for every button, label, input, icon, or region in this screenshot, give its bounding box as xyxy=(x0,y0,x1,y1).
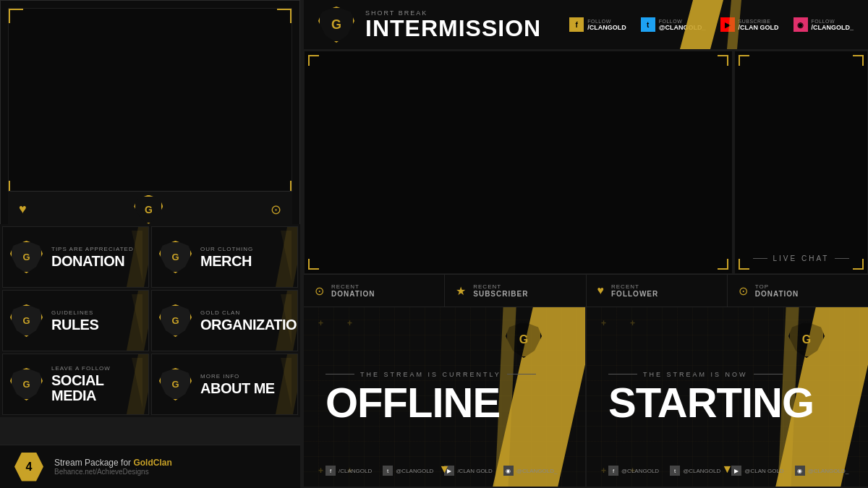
merch-subtitle: OUR CLOTHING xyxy=(200,246,253,252)
credit-url: Behance.net/AchieveDesigns xyxy=(54,468,172,476)
donation-icon: ♥ xyxy=(19,202,27,217)
social-title: SOCIAL MEDIA xyxy=(51,372,103,403)
offline-social-yt: ▶ /CLAN GOLD xyxy=(444,466,492,476)
top-donation-icon: ⊙ xyxy=(739,284,748,298)
merch-button[interactable]: G OUR CLOTHING MERCH xyxy=(151,226,298,288)
offline-subtitle: THE STREAM IS CURRENTLY xyxy=(326,371,536,378)
offline-ig-icon: ◉ xyxy=(503,466,514,476)
social-facebook: f FOLLOW /CLANGOLD xyxy=(569,17,626,32)
vcorner-br xyxy=(718,259,728,270)
about-subtitle: MORE INFO xyxy=(200,373,275,380)
video-panels: LIVE CHAT xyxy=(304,51,868,275)
starting-social-tw: t @CLANGOLD xyxy=(670,466,720,476)
top-donation-label: DONATION xyxy=(755,290,799,298)
starting-social-fb: f @CLANGOLD xyxy=(608,466,659,476)
organization-button[interactable]: G GOLD CLAN ORGANIZATION xyxy=(151,290,298,351)
org-subtitle: GOLD CLAN xyxy=(200,309,298,316)
currency-icon: ⊙ xyxy=(271,202,281,218)
offline-main-text: OFFLINE xyxy=(326,382,500,424)
follower-stat-prefix: RECENT xyxy=(611,283,658,290)
webcam-frame xyxy=(8,8,292,196)
vcorner-bl xyxy=(308,259,319,270)
offline-panel: + + + + G THE STREAM IS CURRENTLY OFFLIN… xyxy=(304,307,585,487)
donation-stat-prefix: RECENT xyxy=(331,283,375,290)
ccorner-tr xyxy=(853,55,864,66)
starting-social-ig: ◉ @CLANGOLD_ xyxy=(795,466,849,476)
offline-social-tw: t @CLANGOLD xyxy=(383,466,433,476)
main-area: G Short Break INTERMISSION f FOLLOW /CLA… xyxy=(304,0,868,488)
offline-tw-icon: t xyxy=(383,466,393,476)
panel-buttons-grid: G TIPS ARE APPRECIATED DONATION G OUR CL… xyxy=(0,224,300,417)
header-logo: G xyxy=(318,7,354,43)
stat-subscriber: ★ RECENT SUBSCRIBER xyxy=(445,275,586,307)
social-instagram: ◉ FOLLOW /CLANGOLD_ xyxy=(793,17,854,32)
main-video-panel xyxy=(304,51,733,274)
subscriber-stat-icon: ★ xyxy=(456,284,466,298)
starting-subtitle: THE STREAM IS NOW xyxy=(608,371,783,378)
donation-subtitle: TIPS ARE APPRECIATED xyxy=(51,246,134,252)
offline-fb-icon: f xyxy=(326,466,336,476)
social-media-button[interactable]: G LEAVE A FOLLOW SOCIAL MEDIA xyxy=(2,354,149,415)
credit-bar: 4 Stream Package for GoldClan Behance.ne… xyxy=(0,445,300,488)
subscriber-stat-label: SUBSCRIBER xyxy=(473,290,528,298)
rules-logo: G xyxy=(10,304,43,337)
starting-social-yt: ▶ @CLAN GOLD xyxy=(731,466,783,476)
merch-title: MERCH xyxy=(200,253,252,269)
ccorner-bl xyxy=(739,259,749,270)
center-logo: G xyxy=(134,195,163,224)
starting-arrow: ▼ xyxy=(722,463,733,476)
facebook-icon: f xyxy=(569,17,584,32)
merch-logo: G xyxy=(159,241,192,273)
achieve-logo: 4 xyxy=(14,453,43,481)
about-title: ABOUT ME xyxy=(200,380,275,396)
chat-panel: LIVE CHAT xyxy=(734,51,868,274)
header-main-title: INTERMISSION xyxy=(365,17,569,40)
instagram-icon: ◉ xyxy=(793,17,808,32)
ccorner-tl xyxy=(739,55,749,66)
offline-social-fb: f /CLANGOLD xyxy=(326,466,372,476)
stat-top-donation: ⊙ TOP DONATION xyxy=(728,275,868,307)
vcorner-tr xyxy=(718,55,728,66)
donation-stat-label: DONATION xyxy=(331,290,375,298)
top-donation-prefix: TOP xyxy=(755,283,799,290)
webcam-bottom-bar: ♥ G ⊙ xyxy=(8,191,292,227)
about-logo: G xyxy=(159,368,192,401)
stat-donation: ⊙ RECENT DONATION xyxy=(304,275,445,307)
offline-arrow: ▼ xyxy=(439,463,451,476)
donation-title: DONATION xyxy=(51,253,124,269)
org-logo: G xyxy=(159,304,192,337)
bottom-panels: + + + + G THE STREAM IS CURRENTLY OFFLIN… xyxy=(304,307,868,487)
live-chat-label: LIVE CHAT xyxy=(753,254,850,262)
stats-bar: ⊙ RECENT DONATION ★ RECENT SUBSCRIBER ♥ … xyxy=(304,275,868,307)
starting-main-text: STARTING xyxy=(608,382,814,424)
corner-tl xyxy=(9,9,23,23)
subscriber-stat-prefix: RECENT xyxy=(473,283,528,290)
stat-follower: ♥ RECENT FOLLOWER xyxy=(587,275,728,307)
donation-button[interactable]: G TIPS ARE APPRECIATED DONATION xyxy=(2,226,149,288)
donation-stat-icon: ⊙ xyxy=(315,284,324,298)
corner-tr xyxy=(277,9,292,23)
donation-logo: G xyxy=(10,241,43,273)
gold-slash-2 xyxy=(727,0,741,49)
rules-button[interactable]: G GUIDELINES RULES xyxy=(2,290,149,351)
intermission-header: G Short Break INTERMISSION f FOLLOW /CLA… xyxy=(304,0,868,51)
ccorner-br xyxy=(853,259,864,270)
starting-tw-icon: t xyxy=(670,466,680,476)
vcorner-tl xyxy=(308,55,319,66)
starting-panel: + + + + G THE STREAM IS NOW STARTING f @… xyxy=(587,307,868,487)
social-subtitle: LEAVE A FOLLOW xyxy=(51,365,141,372)
follower-stat-icon: ♥ xyxy=(597,284,605,297)
rules-title: RULES xyxy=(51,317,98,333)
social-logo: G xyxy=(10,368,43,401)
org-title: ORGANIZATION xyxy=(200,317,298,333)
rules-subtitle: GUIDELINES xyxy=(51,309,98,316)
gold-slash-1 xyxy=(680,0,723,49)
follower-stat-label: FOLLOWER xyxy=(611,290,658,298)
starting-fb-icon: f xyxy=(608,466,618,476)
offline-social-ig: ◉ @CLANGOLD_ xyxy=(503,466,558,476)
starting-ig-icon: ◉ xyxy=(795,466,805,476)
credit-text: Stream Package for GoldClan xyxy=(54,458,172,468)
about-me-button[interactable]: G MORE INFO ABOUT ME xyxy=(151,354,298,415)
twitter-icon: t xyxy=(641,17,655,32)
